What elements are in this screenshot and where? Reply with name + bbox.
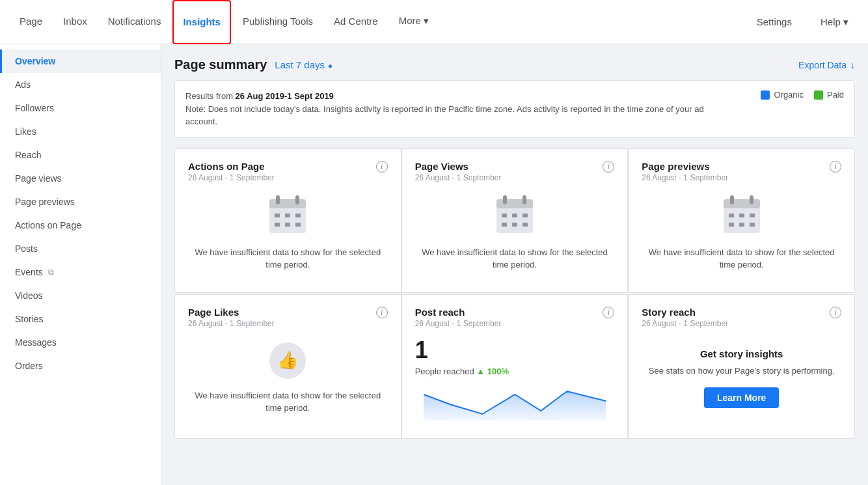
svg-rect-1 xyxy=(269,199,306,208)
sidebar-item-page-previews[interactable]: Page previews xyxy=(0,190,161,214)
sidebar-item-actions-on-page[interactable]: Actions on Page xyxy=(0,214,161,237)
insufficient-text: We have insufficient data to show for th… xyxy=(642,246,841,271)
sidebar: Overview Ads Followers Likes Reach Page … xyxy=(0,44,161,485)
info-icon[interactable]: i xyxy=(376,161,388,173)
page-summary-left: Page summary Last 7 days ⬥ xyxy=(174,57,333,72)
card-page-views: Page Views 26 August - 1 September i xyxy=(402,149,628,292)
info-icon[interactable]: i xyxy=(830,307,841,318)
svg-rect-5 xyxy=(285,214,290,217)
people-reached: People reached ▲ 100% xyxy=(415,367,509,376)
card-title-group: Page previews 26 August - 1 September xyxy=(642,161,728,182)
svg-rect-19 xyxy=(522,223,528,227)
svg-rect-29 xyxy=(750,223,755,227)
nav-help[interactable]: Help ▾ xyxy=(811,11,858,33)
card-title-group: Story reach 26 August - 1 September xyxy=(642,307,728,328)
results-from-label: Results from xyxy=(185,91,236,101)
date-filter[interactable]: Last 7 days ⬥ xyxy=(275,59,333,70)
info-icon[interactable]: i xyxy=(603,161,614,173)
card-title: Story reach xyxy=(642,307,728,318)
svg-rect-2 xyxy=(276,195,280,204)
sidebar-item-reach[interactable]: Reach xyxy=(0,143,161,167)
card-body: We have insufficient data to show for th… xyxy=(642,185,841,281)
card-header: Story reach 26 August - 1 September i xyxy=(642,307,841,328)
card-title-group: Post reach 26 August - 1 September xyxy=(415,307,502,328)
card-story-reach: Story reach 26 August - 1 September i Ge… xyxy=(629,295,854,438)
svg-rect-27 xyxy=(729,223,734,227)
nav-more[interactable]: More ▾ xyxy=(390,0,438,44)
post-reach-chart xyxy=(415,381,615,421)
paid-dot xyxy=(814,90,823,100)
svg-rect-14 xyxy=(502,214,507,217)
svg-rect-24 xyxy=(729,214,734,217)
nav-inbox[interactable]: Inbox xyxy=(54,0,96,44)
export-data-button[interactable]: Export Data ↓ xyxy=(798,60,855,70)
learn-more-button[interactable]: Learn More xyxy=(704,387,779,408)
page-summary-title: Page summary xyxy=(174,57,267,72)
svg-rect-12 xyxy=(503,195,507,204)
card-title: Page Views xyxy=(415,161,502,172)
download-icon: ↓ xyxy=(850,60,855,70)
svg-rect-21 xyxy=(724,199,760,208)
info-icon[interactable]: i xyxy=(376,307,388,318)
post-reach-number: 1 xyxy=(415,337,428,364)
info-icon[interactable]: i xyxy=(603,307,614,318)
info-icon[interactable]: i xyxy=(830,161,841,173)
sidebar-item-followers[interactable]: Followers xyxy=(0,96,161,120)
svg-rect-16 xyxy=(522,214,528,217)
card-title-group: Actions on Page 26 August - 1 September xyxy=(188,161,275,182)
card-page-previews: Page previews 26 August - 1 September i xyxy=(629,149,854,292)
card-title: Post reach xyxy=(415,307,502,318)
nav-notifications[interactable]: Notifications xyxy=(99,0,170,44)
sidebar-item-events[interactable]: Events ⧉ xyxy=(0,260,161,284)
card-body: We have insufficient data to show for th… xyxy=(415,185,615,281)
page-summary-header: Page summary Last 7 days ⬥ Export Data ↓ xyxy=(174,57,855,72)
info-banner-text: Results from 26 Aug 2019-1 Sept 2019 Not… xyxy=(185,90,706,128)
sidebar-item-ads[interactable]: Ads xyxy=(0,73,161,96)
sidebar-item-overview[interactable]: Overview xyxy=(0,49,161,73)
insufficient-text: We have insufficient data to show for th… xyxy=(188,246,388,271)
card-date: 26 August - 1 September xyxy=(415,173,502,182)
card-post-reach: Post reach 26 August - 1 September i 1 P… xyxy=(402,295,628,438)
nav-ad-centre[interactable]: Ad Centre xyxy=(325,0,387,44)
card-date: 26 August - 1 September xyxy=(642,319,728,328)
svg-rect-9 xyxy=(295,223,301,227)
main-layout: Overview Ads Followers Likes Reach Page … xyxy=(0,44,868,485)
sidebar-item-videos[interactable]: Videos xyxy=(0,284,161,307)
card-title-group: Page Views 26 August - 1 September xyxy=(415,161,502,182)
legend: Organic Paid xyxy=(748,90,844,100)
percent-up: ▲ 100% xyxy=(476,367,509,376)
insufficient-text: We have insufficient data to show for th… xyxy=(188,389,388,415)
note-text: Note: Does not include today's data. Ins… xyxy=(185,104,704,127)
sidebar-item-page-views[interactable]: Page views xyxy=(0,167,161,190)
export-label: Export Data xyxy=(798,60,847,70)
story-reach-desc: See stats on how your Page's story is pe… xyxy=(649,365,835,378)
card-date: 26 August - 1 September xyxy=(188,319,275,328)
organic-dot xyxy=(761,90,770,100)
people-reached-label: People reached xyxy=(415,367,474,376)
svg-rect-26 xyxy=(750,214,755,217)
svg-rect-7 xyxy=(275,223,280,227)
card-page-likes: Page Likes 26 August - 1 September i 👍 W… xyxy=(175,295,401,438)
sidebar-item-posts[interactable]: Posts xyxy=(0,237,161,260)
organic-label: Organic xyxy=(774,90,804,100)
nav-settings[interactable]: Settings xyxy=(748,11,801,33)
sidebar-item-stories[interactable]: Stories xyxy=(0,307,161,331)
card-date: 26 August - 1 September xyxy=(415,319,502,328)
story-reach-content: Get story insights See stats on how your… xyxy=(649,348,835,409)
nav-page[interactable]: Page xyxy=(10,0,51,44)
svg-rect-13 xyxy=(522,195,526,204)
card-body: 👍 We have insufficient data to show for … xyxy=(188,331,388,426)
svg-rect-22 xyxy=(730,195,734,204)
nav-left: Page Inbox Notifications Insights Publis… xyxy=(10,0,748,44)
sidebar-item-messages[interactable]: Messages xyxy=(0,331,161,354)
nav-publishing-tools[interactable]: Publishing Tools xyxy=(234,0,322,44)
top-navigation: Page Inbox Notifications Insights Publis… xyxy=(0,0,868,44)
nav-right: Settings Help ▾ xyxy=(748,11,858,33)
external-link-icon: ⧉ xyxy=(48,268,54,277)
nav-insights[interactable]: Insights xyxy=(172,0,231,44)
card-date: 26 August - 1 September xyxy=(188,173,275,182)
legend-organic: Organic xyxy=(761,90,804,100)
card-date: 26 August - 1 September xyxy=(642,173,728,182)
sidebar-item-orders[interactable]: Orders xyxy=(0,354,161,378)
sidebar-item-likes[interactable]: Likes xyxy=(0,120,161,143)
